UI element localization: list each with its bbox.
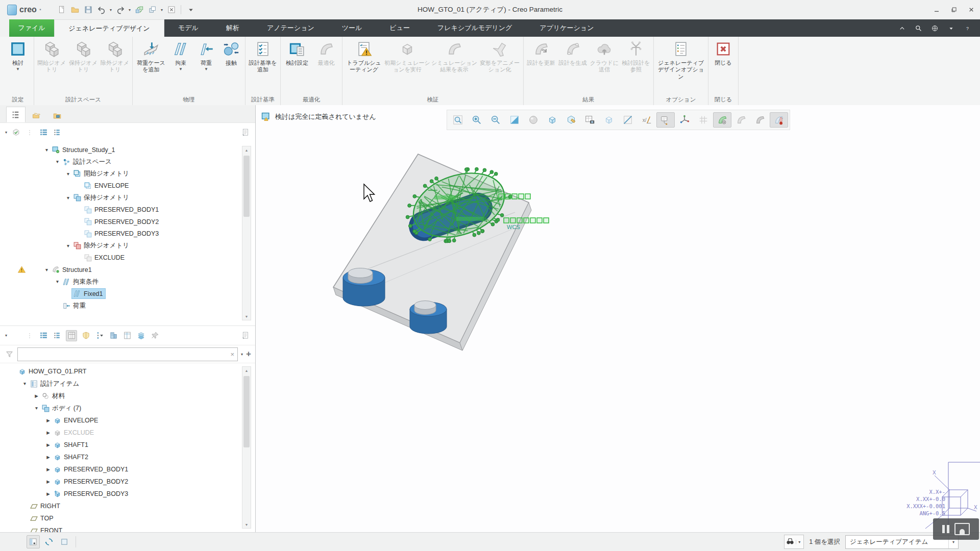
tree-item-preserved-body1[interactable]: ▶ PRESERVED_BODY1: [0, 463, 255, 475]
selection-handle[interactable]: [524, 218, 529, 223]
tree-settings-icon[interactable]: [240, 128, 250, 138]
save-icon[interactable]: [82, 4, 94, 16]
pause-icon[interactable]: [942, 525, 949, 533]
pin-icon[interactable]: [150, 331, 160, 341]
tree-item-top[interactable]: TOP: [0, 512, 255, 524]
selection-handle[interactable]: [544, 218, 549, 223]
tab-アノテーション[interactable]: アノテーション: [253, 19, 328, 37]
tree-item-preserved-body2[interactable]: ▶ PRESERVED_BODY2: [0, 475, 255, 488]
tab-generative-design[interactable]: ジェネレーティブデザイン: [54, 19, 164, 37]
scroll-down-icon[interactable]: ▼: [242, 521, 251, 528]
caret-down-icon[interactable]: ▾: [108, 8, 113, 12]
tree-item-item[interactable]: ▼ 開始ジオメトリ: [0, 168, 255, 180]
tab-アプリケーション[interactable]: アプリケーション: [526, 19, 607, 37]
ribbon-button-荷重[interactable]: 荷重▼: [193, 39, 219, 72]
tree-menu-caret[interactable]: ▾: [5, 130, 7, 135]
tree-item-item[interactable]: ▼ 拘束条件: [0, 276, 255, 288]
ribbon-button-トラブルシューティング[interactable]: トラブルシューティング: [344, 39, 384, 73]
ribbon-button-閉じる[interactable]: 閉じる: [710, 39, 737, 66]
layers-icon[interactable]: [136, 331, 146, 341]
undo-icon[interactable]: [95, 4, 108, 16]
tab-フレキシブルモデリング[interactable]: フレキシブルモデリング: [424, 19, 526, 37]
expand-toggle-icon[interactable]: ▼: [64, 243, 72, 248]
tree-item-item[interactable]: ▼ 保持ジオメトリ: [0, 192, 255, 204]
presenter-icon[interactable]: [954, 523, 970, 535]
boss-cylinder-1[interactable]: [343, 268, 385, 307]
capture-icon[interactable]: [581, 112, 599, 128]
tree-item-fixed1[interactable]: Fixed1: [0, 288, 255, 300]
scroll-down-icon[interactable]: ▼: [242, 313, 251, 320]
find-button[interactable]: ▾: [784, 535, 804, 549]
redo-icon[interactable]: [114, 4, 127, 16]
tab-モデル[interactable]: モデル: [164, 19, 212, 37]
collapse-ribbon-icon[interactable]: [897, 23, 906, 33]
community-icon[interactable]: [930, 23, 939, 33]
zoom-out-icon[interactable]: [486, 112, 505, 128]
columns-icon[interactable]: [122, 331, 132, 341]
tree-item-item[interactable]: ▶ 材料: [0, 390, 255, 402]
selection-handle[interactable]: [505, 194, 510, 199]
scrollbar[interactable]: ▲ ▼: [242, 146, 251, 320]
tree-item-item[interactable]: ▼ 除外ジオメトリ: [0, 240, 255, 252]
open-file-icon[interactable]: [68, 4, 81, 16]
spin-center-icon[interactable]: [43, 536, 55, 548]
shading-style-icon[interactable]: [524, 112, 543, 128]
expand-toggle-icon[interactable]: ▶: [44, 430, 52, 435]
expand-toggle-icon[interactable]: ▼: [64, 171, 72, 177]
selection-handle[interactable]: [519, 194, 524, 199]
tree-item-preserved-body2[interactable]: PRESERVED_BODY2: [0, 216, 255, 228]
filter-sort-icon[interactable]: [94, 331, 105, 341]
datum-display-icon[interactable]: x/: [638, 112, 656, 128]
tab-解析[interactable]: 解析: [212, 19, 253, 37]
tree-item-exclude[interactable]: ▶ EXCLUDE: [0, 427, 255, 439]
ribbon-button-ジェネレーティブデザインオプション[interactable]: ジェネレーティブデザインオプション: [655, 39, 706, 80]
close-button[interactable]: [963, 3, 980, 17]
selection-handle[interactable]: [504, 218, 509, 223]
expand-toggle-icon[interactable]: ▼: [54, 279, 61, 284]
tab-ビュー[interactable]: ビュー: [376, 19, 424, 37]
selection-handle[interactable]: [525, 194, 530, 199]
show-design-icon[interactable]: [713, 112, 731, 128]
window-switch-icon[interactable]: [146, 4, 159, 16]
expand-toggle-icon[interactable]: ▼: [64, 195, 72, 201]
zoom-in-icon[interactable]: [468, 112, 486, 128]
restore-button[interactable]: [945, 3, 963, 17]
tree-item-preserved-body3[interactable]: ▶ PRESERVED_BODY3: [0, 488, 255, 500]
expand-toggle-icon[interactable]: ▶: [33, 393, 40, 398]
boss-cylinder-2[interactable]: [410, 301, 447, 334]
collapse-list-icon[interactable]: [52, 331, 62, 341]
scroll-thumb[interactable]: [243, 376, 250, 447]
expand-toggle-icon[interactable]: ▶: [44, 479, 52, 484]
tree-filter-text[interactable]: [21, 350, 230, 358]
tree-item-preserved-body3[interactable]: PRESERVED_BODY3: [0, 228, 255, 240]
building-icon[interactable]: [108, 331, 118, 341]
expand-toggle-icon[interactable]: ▶: [44, 442, 52, 447]
expand-toggle-icon[interactable]: ▼: [43, 267, 51, 272]
caret-down-icon[interactable]: ▾: [159, 8, 164, 12]
scroll-up-icon[interactable]: ▲: [242, 146, 251, 154]
ribbon-button-設計基準を追加[interactable]: 設計基準を追加: [247, 39, 279, 73]
display-style-icon[interactable]: [543, 112, 561, 128]
tree-filter-input[interactable]: ×: [17, 347, 238, 361]
tab-ツール[interactable]: ツール: [328, 19, 376, 37]
grid-view-icon[interactable]: [66, 330, 77, 341]
toggle-tree-panel-icon[interactable]: [27, 535, 40, 548]
tree-item-envelope[interactable]: ▶ ENVELOPE: [0, 414, 255, 427]
tree-item-shaft2[interactable]: ▶ SHAFT2: [0, 451, 255, 463]
favorites-tab[interactable]: [48, 108, 66, 122]
csys-display-icon[interactable]: [675, 112, 694, 128]
tree-item-item[interactable]: ▼ 設計スペース: [0, 156, 255, 168]
tree-item-structure1[interactable]: ▼ Structure1: [0, 264, 255, 276]
clip-icon[interactable]: [58, 536, 70, 548]
ribbon-button-検討[interactable]: 検討▼: [4, 39, 32, 72]
selection-handle[interactable]: [537, 218, 542, 223]
model-tree-tab[interactable]: [6, 107, 26, 122]
expand-toggle-icon[interactable]: ▼: [21, 381, 29, 386]
add-filter-icon[interactable]: +: [246, 349, 251, 359]
expand-list-icon[interactable]: [38, 128, 48, 138]
show-original-icon[interactable]: [732, 112, 750, 128]
tree-item-right[interactable]: RIGHT: [0, 500, 255, 512]
tree-item-front[interactable]: FRONT: [0, 524, 255, 533]
expand-toggle-icon[interactable]: ▶: [44, 467, 52, 472]
caret-down-icon[interactable]: [946, 23, 955, 33]
